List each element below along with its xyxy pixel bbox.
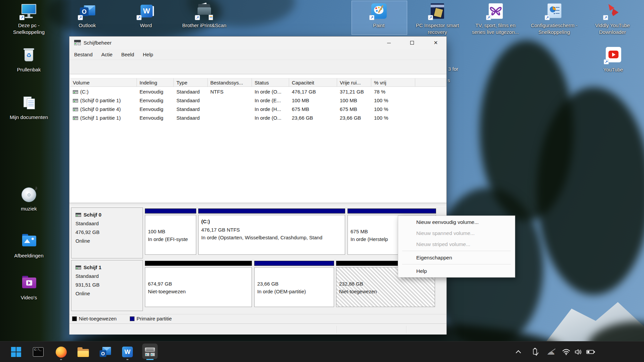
desktop-icon-viddly[interactable]: ↗ Viddly YouTube Downloader xyxy=(586,3,639,35)
command-prompt-icon xyxy=(33,347,44,357)
desktop-icon-paint[interactable]: ↗ Paint xyxy=(352,3,406,29)
disk0-partition-efi[interactable]: 100 MB In orde (EFI-syste xyxy=(145,208,196,255)
tray-volume-icon[interactable] xyxy=(572,346,584,358)
disk-icon xyxy=(75,213,81,217)
desktop-icon-youtube[interactable]: ↗ YouTube xyxy=(586,47,640,73)
taskbar-outlook[interactable]: O xyxy=(99,346,112,358)
tray-battery-icon[interactable] xyxy=(584,346,597,358)
file-explorer-icon xyxy=(77,346,89,358)
desktop-icon-configuratiescherm[interactable]: ↗ Configuratiescherm - Snelkoppeling xyxy=(527,3,581,35)
status-separator xyxy=(337,326,337,333)
menu-bestand[interactable]: Bestand xyxy=(74,52,93,57)
shortcut-arrow-icon: ↗ xyxy=(195,15,200,20)
videos-folder-icon xyxy=(19,275,38,292)
desktop-icon-afbeeldingen[interactable]: Afbeeldingen xyxy=(2,233,56,259)
column-header-bestandssysteem[interactable]: Bestandssys... xyxy=(208,78,252,87)
disk0-size: 476,92 GB xyxy=(75,229,100,235)
desktop-icon-label: Prullenbak xyxy=(2,66,56,73)
menu-separator xyxy=(402,264,511,264)
desktop-icon-label: Viddly YouTube Downloader xyxy=(586,22,639,35)
volume-drive-icon xyxy=(73,116,78,120)
tray-wifi-icon[interactable] xyxy=(560,346,572,358)
disk1-partition-oem[interactable]: 23,66 GB In orde (OEM-partitie) xyxy=(254,261,334,307)
shortcut-arrow-icon: ↗ xyxy=(78,15,83,20)
taskbar-file-explorer[interactable] xyxy=(77,346,90,358)
toolbar: ? ✓ ✓ ✓ xyxy=(69,60,446,74)
menu-item-help[interactable]: Help xyxy=(398,265,515,277)
shortcut-arrow-icon: ↗ xyxy=(603,15,608,20)
column-header-vrije-ruimte[interactable]: Vrije rui... xyxy=(337,78,371,87)
taskbar-disk-management[interactable] xyxy=(144,346,156,358)
desktop-icon-brother-iprintscan[interactable]: ↗ Brother iPrint&Scan xyxy=(177,3,231,29)
context-menu: Nieuw eenvoudig volume... Nieuw spanned … xyxy=(398,216,515,278)
disk1-name: Schijf 1 xyxy=(84,264,101,270)
desktop-icon-deze-pc[interactable]: ↗ Deze pc - Snelkoppeling xyxy=(2,3,56,35)
desktop-icon-outlook[interactable]: O ↗ Outlook xyxy=(60,3,114,29)
disk1-info[interactable]: Schijf 1 Standaard 931,51 GB Online xyxy=(71,260,143,311)
disk1-size: 931,51 GB xyxy=(75,282,100,288)
close-button[interactable]: × xyxy=(426,37,445,49)
documents-icon xyxy=(19,95,38,112)
desktop-icon-label: TV, sport, films en series live uitgezon… xyxy=(469,22,522,35)
shortcut-arrow-icon: ↗ xyxy=(369,15,374,20)
viddly-icon: ↗ xyxy=(603,3,622,20)
start-button[interactable] xyxy=(10,346,22,358)
menu-item-nieuw-striped-volume: Nieuw striped volume... xyxy=(398,239,515,250)
disk-icon xyxy=(75,265,81,269)
panel-splitter[interactable] xyxy=(69,203,446,206)
windows-logo-icon xyxy=(11,347,21,357)
column-header-pct-vrij[interactable]: % vrij xyxy=(371,78,415,87)
column-header-volume[interactable]: Volume xyxy=(70,78,137,87)
running-indicator-word xyxy=(126,359,128,360)
menu-help[interactable]: Help xyxy=(143,52,153,57)
disk0-partition-c[interactable]: (C:) 476,17 GB NTFS In orde (Opstarten, … xyxy=(198,208,345,255)
column-header-capaciteit[interactable]: Capaciteit xyxy=(289,78,337,87)
outlook-icon: O xyxy=(100,347,111,357)
unallocated-partition-bar xyxy=(145,261,252,266)
menu-beeld[interactable]: Beeld xyxy=(121,52,134,57)
desktop-icon-label: YouTube xyxy=(586,66,640,73)
disk1-partition-unallocated-1[interactable]: 674,97 GB Niet-toegewezen xyxy=(145,261,252,307)
tray-usb-icon[interactable] xyxy=(529,346,541,358)
running-indicator-firefox xyxy=(60,359,62,360)
desktop-icon-videos[interactable]: Video's xyxy=(2,275,56,301)
column-header-type[interactable]: Type xyxy=(174,78,208,87)
disk0-state: Online xyxy=(75,238,90,244)
menu-actie[interactable]: Actie xyxy=(101,52,112,57)
desktop-icon-label: Video's xyxy=(2,294,56,301)
desktop-icon-word[interactable]: W ↗ Word xyxy=(119,3,173,29)
taskbar-command-prompt[interactable] xyxy=(32,346,45,358)
tray-onedrive-paused-icon[interactable]: ☁ xyxy=(544,346,557,358)
menu-item-nieuw-eenvoudig-volume[interactable]: Nieuw eenvoudig volume... xyxy=(398,217,515,228)
menu-item-eigenschappen[interactable]: Eigenschappen xyxy=(398,252,515,263)
desktop-icon-mijn-documenten[interactable]: Mijn documenten xyxy=(2,95,56,121)
menu-separator xyxy=(402,251,511,251)
recycle-bin-icon: ♻ xyxy=(19,47,38,64)
disk-management-window: Schijfbeheer × Bestand Actie Beeld Help … xyxy=(69,36,447,335)
desktop-icon-tv-sport[interactable]: ↗ TV, sport, films en series live uitgez… xyxy=(469,3,522,35)
disk0-name: Schijf 0 xyxy=(84,212,101,218)
music-cd-icon: ♪ xyxy=(19,186,38,203)
desktop-icon-label: Deze pc - Snelkoppeling xyxy=(2,22,56,35)
shortcut-arrow-icon: ↗ xyxy=(19,15,24,20)
minimize-button[interactable] xyxy=(379,37,398,49)
purple-bow-icon: ↗ xyxy=(486,3,505,20)
maximize-button[interactable] xyxy=(402,37,422,49)
desktop-icon-muziek[interactable]: ♪ muziek xyxy=(2,186,56,212)
tray-chevron-up-icon[interactable] xyxy=(514,346,524,358)
partial-icon-label: s xyxy=(447,77,450,83)
taskbar-firefox[interactable] xyxy=(55,346,67,358)
titlebar[interactable]: Schijfbeheer × xyxy=(69,37,446,49)
column-header-status[interactable]: Status xyxy=(252,78,289,87)
disk0-info[interactable]: Schijf 0 Standaard 476,92 GB Online xyxy=(71,207,143,258)
shortcut-arrow-icon: ↗ xyxy=(486,15,491,20)
desktop-icon-pc-inspector[interactable]: ↗ PC Inspector smart recovery xyxy=(411,3,464,35)
desktop-icon-prullenbak[interactable]: ♻ Prullenbak xyxy=(2,47,56,73)
primary-partition-bar xyxy=(145,208,196,214)
taskbar-word[interactable]: W xyxy=(121,346,134,358)
disk1-state: Online xyxy=(75,291,90,296)
outlook-icon: O ↗ xyxy=(78,3,97,20)
shortcut-arrow-icon: ↗ xyxy=(604,59,609,64)
taskbar: O W ☁ xyxy=(0,341,644,362)
column-header-indeling[interactable]: Indeling xyxy=(137,78,174,87)
